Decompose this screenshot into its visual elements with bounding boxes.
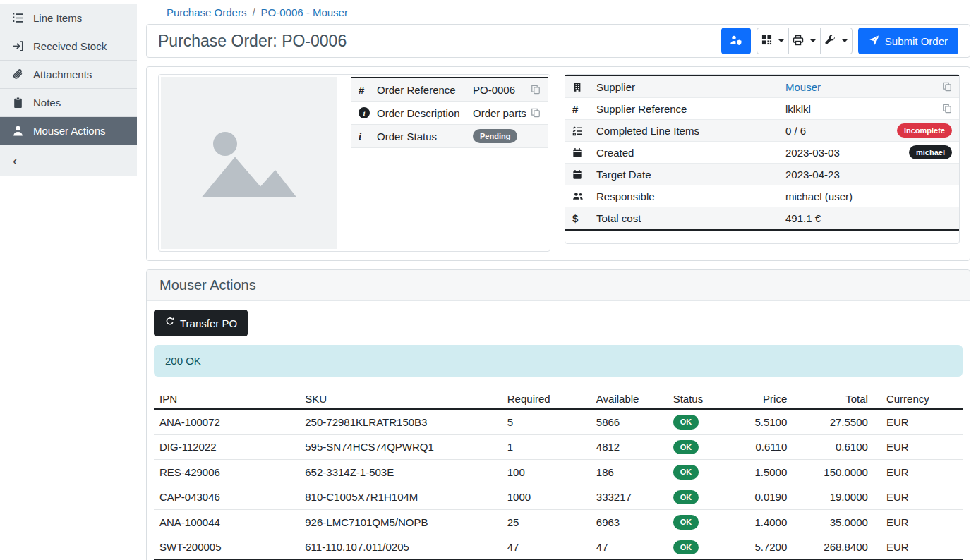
sign-in-icon [11,40,24,53]
detail-row-created: Created 2023-03-03 michael [565,142,959,164]
mouser-actions-panel: Mouser Actions Transfer PO 200 OK [146,269,970,560]
detail-row-supplier: Supplier Mouser [565,76,959,98]
sidebar-collapse-button[interactable]: ‹ [0,145,137,176]
detail-row-order-status: i Order Status Pending [351,125,548,148]
table-row: CAP-043046 810-C1005X7R1H104M 1000 33321… [154,485,963,510]
copy-icon[interactable] [531,85,541,95]
list-check-icon [572,126,596,136]
responsible-value: michael (user) [785,190,853,202]
order-image-placeholder[interactable] [161,77,337,249]
supplier-link[interactable]: Mouser [785,81,821,93]
order-details-table: # Order Reference PO-0006 i Order Descri… [351,77,548,249]
table-row: ANA-100044 926-LMC7101QM5/NOPB 25 6963 O… [154,510,963,535]
line-items-header-row: IPN SKU Required Available Status Price … [154,389,963,409]
chevron-left-icon: ‹ [13,153,17,169]
col-header-required: Required [502,389,591,409]
copy-icon[interactable] [942,82,952,92]
sidebar-item-notes[interactable]: Notes [0,89,137,117]
sidebar-item-label: Received Stock [33,40,107,52]
caret-down-icon [810,39,816,42]
users-icon [572,191,596,201]
status-badge: OK [673,540,699,555]
sidebar-item-line-items[interactable]: Line Items [0,4,137,32]
print-menu-button[interactable] [788,28,821,54]
order-actions-menu-button[interactable] [820,28,853,54]
status-badge: OK [673,415,699,430]
status-badge: OK [673,490,699,505]
info-circle-icon: i [359,107,377,118]
completed-line-items-value: 0 / 6 [785,125,806,137]
calendar-icon [572,147,596,158]
image-icon [196,120,302,207]
breadcrumb-separator: / [252,6,255,18]
created-by-badge: michael [909,145,952,160]
col-header-currency: Currency [874,389,963,409]
dollar-icon: $ [572,212,596,224]
caret-down-icon [778,39,784,42]
info-icon: i [359,130,377,142]
list-icon [11,12,24,25]
calendar-icon [572,169,596,180]
status-alert: 200 OK [154,345,963,377]
sidebar-item-label: Attachments [33,68,92,80]
status-alert-text: 200 OK [165,355,201,367]
detail-row-order-reference: # Order Reference PO-0006 [351,78,548,102]
status-badge: OK [673,440,699,455]
caret-down-icon [842,39,848,42]
detail-row-responsible: Responsible michael (user) [565,185,959,207]
col-header-available: Available [591,389,668,409]
printer-icon [793,35,804,48]
page-title: Purchase Order: PO-0006 [158,32,347,51]
refresh-icon [164,317,175,329]
order-status-badge: Pending [473,129,517,144]
sidebar-item-received-stock[interactable]: Received Stock [0,32,137,61]
sidebar-item-label: Notes [33,97,61,109]
breadcrumb-link-current-order[interactable]: PO-0006 - Mouser [261,6,348,18]
header-button-group [757,28,853,54]
detail-row-completed-line-items: Completed Line Items 0 / 6 Incomplete [565,120,959,142]
panel-header: Mouser Actions [147,270,970,301]
col-header-status: Status [668,389,728,409]
breadcrumb-link-purchase-orders[interactable]: Purchase Orders [167,6,246,18]
user-icon [11,125,24,138]
detail-row-supplier-reference: # Supplier Reference lklklkl [565,98,959,120]
barcode-menu-button[interactable] [757,28,789,54]
detail-row-target-date: Target Date 2023-04-23 [565,164,959,185]
app: Line Items Received Stock Attachments No… [0,0,976,560]
table-row: SWT-200005 611-110.107.011/0205 47 47 OK… [154,535,963,560]
transfer-po-label: Transfer PO [180,317,237,329]
detail-row-total-cost: $ Total cost 491.1 € [565,207,959,229]
panel-title: Mouser Actions [159,277,957,293]
table-row: RES-429006 652-3314Z-1-503E 100 186 OK 1… [154,460,963,485]
supplier-summary-box: Supplier Mouser # Supplier Reference lkl… [565,74,960,244]
sidebar-item-attachments[interactable]: Attachments [0,61,137,89]
header-actions: Submit Order [721,28,958,54]
order-reference-value: PO-0006 [473,84,515,96]
hash-icon: # [572,103,596,115]
breadcrumb: Purchase Orders / PO-0006 - Mouser [137,0,976,24]
submit-order-button[interactable]: Submit Order [858,28,958,54]
submit-order-label: Submit Order [885,35,948,47]
building-icon [572,82,596,92]
paper-plane-icon [869,35,880,48]
tools-icon [824,35,836,48]
order-description-value: Order parts [473,107,526,119]
table-row: DIG-112022 595-SN74HCS74QPWRQ1 1 4812 OK… [154,434,963,460]
incomplete-badge: Incomplete [897,123,952,138]
sidebar-item-mouser-actions[interactable]: Mouser Actions [0,117,137,145]
line-items-table: IPN SKU Required Available Status Price … [154,389,963,560]
status-badge: OK [673,515,699,530]
paperclip-icon [11,68,24,81]
order-details-card: # Order Reference PO-0006 i Order Descri… [146,66,970,261]
col-header-total: Total [793,389,874,409]
col-header-sku: SKU [299,389,502,409]
copy-icon[interactable] [942,104,952,114]
col-header-ipn: IPN [154,389,299,409]
admin-view-button[interactable] [721,28,751,54]
page-header-card: Purchase Order: PO-0006 [146,24,970,58]
created-value: 2023-03-03 [785,147,840,159]
copy-icon[interactable] [531,108,541,118]
target-date-value: 2023-04-23 [785,169,840,181]
transfer-po-button[interactable]: Transfer PO [154,310,248,336]
sidebar-item-label: Line Items [33,12,82,24]
